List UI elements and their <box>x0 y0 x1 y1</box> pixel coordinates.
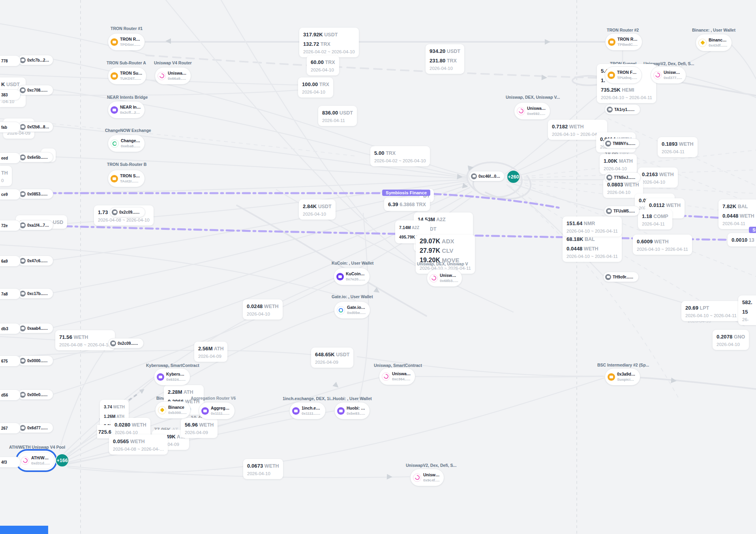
pill-0x0853[interactable]: 0x0853...1e92 <box>18 189 53 199</box>
cutpill-db3[interactable]: db3 <box>0 323 21 334</box>
node-huobi-user-wallet[interactable]: Huobi: , User W...0xbe83...3f2b <box>334 402 370 419</box>
pill-0xc17b[interactable]: 0xc17b...2e2b <box>18 288 53 299</box>
node-title: Aggregation Rou... <box>211 406 231 411</box>
edge-label: 0.0248 WETH2026-04-10 <box>243 299 283 320</box>
node-binance[interactable]: Binance0xb300...028d <box>155 401 191 419</box>
node-uniswap-dex-upper[interactable]: Uniswap, DEX, U...0xe592...1564 <box>514 102 550 120</box>
node-tron-funnel[interactable]: TRON FunnelTPUdnq...ooMM <box>605 66 642 84</box>
node-uniswapv2-dex-top[interactable]: UniswapV2, Dex,...0xd377...0f47 <box>651 66 686 84</box>
pill-0xaab4[interactable]: 0xaab4...8888 <box>18 323 53 333</box>
node-title: ATH/WETH Uniswa... <box>31 455 51 461</box>
node-binance-user-wallet[interactable]: Binance: , User...0x43df...4711 <box>696 34 732 51</box>
cutpill-675[interactable]: 675 <box>0 355 21 367</box>
transaction-flow-graph[interactable]: TRON Router #1TRON Sub-Router AUniswap V… <box>0 0 756 534</box>
node-aggregation-router[interactable]: Aggregation Rou...0x1111...2a65 <box>199 402 235 419</box>
wallet-icon <box>20 325 26 331</box>
pill-0x6e5b[interactable]: 0x6e5b...d111 <box>18 152 53 162</box>
edge-label: 582.1526- <box>738 295 756 325</box>
pill-0x2c09-b[interactable]: 0x2c09...6160 <box>110 207 145 217</box>
node-title: Uniswap, DEX, U... <box>440 273 458 278</box>
node-uniswap-dex-mid[interactable]: Uniswap, DEX, U...0x68b3...fc45 <box>427 269 462 287</box>
node-title: Huobi: , User W... <box>347 406 366 411</box>
pill-0xc46f[interactable]: 0xc46f...0c86 <box>469 171 505 181</box>
node-title: TRON Funnel <box>617 70 638 75</box>
ghost-label: Uniswap, DEX, Uniswap V <box>417 261 468 266</box>
changenow-icon <box>111 139 119 148</box>
edge-label: 0.0673 WETH2026-04-10 <box>243 459 283 479</box>
pill-ta1ry1[interactable]: TA1ry1...Dn4Y <box>605 104 640 115</box>
node-bsc-intermediary-2-label: BSC Intermediary #2 (Sp... <box>597 363 649 367</box>
node-tron-router-2[interactable]: TRON Router #2TPBwdC...ht8f <box>605 33 642 51</box>
node-gateio-user-wallet[interactable]: Gate.io: , User...0xd0be...9be0 <box>334 301 370 319</box>
cutpill-ce9[interactable]: ce9 <box>0 189 21 200</box>
pill-0x0000[interactable]: 0x0000...a930 <box>18 355 53 366</box>
node-tron-router-1[interactable]: TRON Router #1TPDSor...f5d3 <box>108 33 145 51</box>
uniswap-icon <box>653 71 662 79</box>
node-1inch-exchange[interactable]: 1inch.exchange,...0x1111...0582 <box>289 402 326 419</box>
pill-tm8nys[interactable]: TM8NYs...H1DY <box>603 138 640 149</box>
pill-0x47c6[interactable]: 0x47c6...58fc <box>18 256 53 266</box>
edge-label: 5.00 TRX2026-04-02 ~ 2026-04-10 <box>370 146 430 166</box>
node-address: 0xc364...fe88 <box>392 377 411 382</box>
edge-label: 68.18K BAL0.0448 WETH2026-04-10 ~ 2026-0… <box>563 232 622 262</box>
symbiosis-finance-badge: Symbiosis Finance <box>382 190 430 196</box>
node-tron-sub-router-b[interactable]: TRON Sub-Router...TAot2r...Cb2A <box>108 170 145 187</box>
node-title: 0x2c09...6160 <box>119 210 141 215</box>
binance-diamond-icon <box>698 39 707 47</box>
minimap-strip[interactable] <box>0 526 48 534</box>
cutpill-fab[interactable]: fab <box>0 122 21 133</box>
node-address: 0xd31d...5978 <box>31 461 51 466</box>
wallet-icon <box>20 124 26 130</box>
pill-0x00e0[interactable]: 0x00e0...a637 <box>18 389 53 400</box>
wallet-icon <box>608 71 615 79</box>
node-kucoin-user-wallet[interactable]: KuCoin: , User ...0x7e20...3df3 <box>334 268 370 285</box>
cutpill-267[interactable]: 267 <box>0 423 21 434</box>
expand-badge-260[interactable]: +260 <box>507 170 520 184</box>
cutpill-72e[interactable]: 72e <box>0 220 21 231</box>
node-athweth-uniswap-v4-pool[interactable]: ATH/WETH Uniswa...0xd31d...5978 <box>18 452 54 469</box>
wallet-icon <box>336 273 344 280</box>
pill-0x6d77[interactable]: 0x6d77...b3a4 <box>18 423 53 433</box>
pill-tfusm5[interactable]: TFUsM5...5P9n <box>604 206 640 216</box>
node-uniswapv2-dex-bottom[interactable]: UniswapV2, Dex,...0x9c4f...7c4c <box>410 469 444 486</box>
cutpill-383[interactable]: 383 <box>0 89 21 100</box>
pill-0xfc7b[interactable]: 0xfc7b...2a3a <box>18 55 53 65</box>
wallet-icon <box>337 407 345 415</box>
cutpill-7a8[interactable]: 7a8 <box>0 288 21 299</box>
cutpill-eed[interactable]: eed <box>0 152 21 164</box>
node-tron-sub-router-a-label: TRON Sub-Router A <box>107 60 146 65</box>
node-address: 0xeba8...4cb1 <box>121 144 141 149</box>
node-title: 0xc46f...0c86 <box>478 174 501 179</box>
node-title: TRON Sub-Router... <box>120 71 143 76</box>
node-tron-router-1-label: TRON Router #1 <box>111 26 143 31</box>
node-bsc-intermediary-2[interactable]: 0x3a9d...a639Suspicious <box>605 368 640 385</box>
node-near-intents-bridge[interactable]: NEAR Intents Br...0x2cff...2680 <box>108 101 145 118</box>
cutpill-778[interactable]: 778 <box>0 55 21 66</box>
cutpill-d56[interactable]: d56 <box>0 389 21 400</box>
pill-ttn5vj[interactable]: TTN5vJ...JJQQ <box>604 172 641 182</box>
wallet-icon <box>111 38 118 46</box>
node-title: KuCoin: , User ... <box>346 271 366 277</box>
pill-0xc708[interactable]: 0xc708...be66 <box>18 85 53 95</box>
pill-0xf2b8[interactable]: 0xf2b8...84c6 <box>18 122 53 132</box>
node-title: TTN5vJ...JJQQ <box>614 175 637 180</box>
expand-badge-166[interactable]: +166 <box>55 453 69 467</box>
node-tron-sub-router-a[interactable]: TRON Sub-Router...TUKD5T...uket <box>108 67 146 85</box>
pill-0x2c09-a[interactable]: 0x2c09...6160 <box>108 338 144 348</box>
node-address: TPDSor...f5d3 <box>120 42 141 47</box>
node-uniswap-v4-router[interactable]: Uniswap V4 Rout...0x66a9...a8af <box>155 67 191 85</box>
edge-label: 648.65K USDT2026-04-09 <box>311 348 353 368</box>
node-uniswap-smartcontract[interactable]: Uniswap, SmartC...0xc364...fe88 <box>379 368 415 385</box>
node-kyberswap[interactable]: Kyberswap, Smar...0x6324...6cb0 <box>154 368 190 385</box>
edge-label: 0.2163 WETH2026-04-10 <box>638 167 678 188</box>
cutpill-6a9[interactable]: 6a9 <box>0 256 21 267</box>
wallet-icon <box>111 106 118 114</box>
node-title: Kyberswap, Smar... <box>166 372 186 377</box>
node-changenow-exchange[interactable]: ChangeNOW Excha...0xeba8...4cb1 <box>108 135 145 152</box>
cutpill-4f3[interactable]: 4f3 <box>0 457 21 468</box>
node-title: Gate.io: , User... <box>347 305 366 310</box>
pill-th9o9r[interactable]: TH9o9r...GCnH <box>603 272 639 282</box>
wallet-icon <box>201 407 209 415</box>
wallet-icon <box>112 209 118 215</box>
pill-0xa1f4[interactable]: 0xa1f4...762e <box>18 220 53 230</box>
